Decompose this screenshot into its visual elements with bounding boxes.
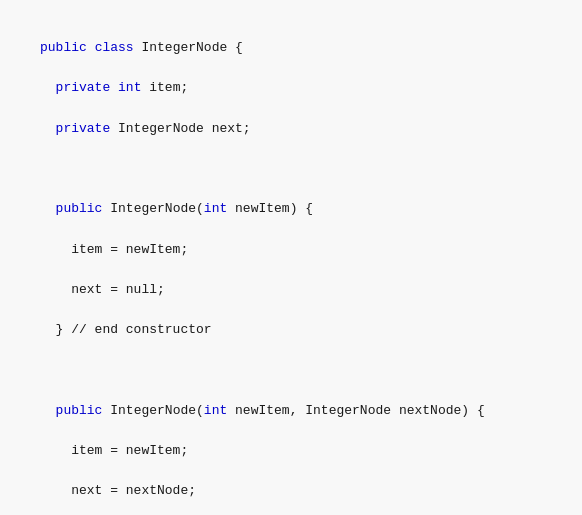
code-line: next = null; [40, 280, 562, 300]
code-line: next = nextNode; [40, 481, 562, 501]
blank-line [40, 360, 562, 380]
code-line: private IntegerNode next; [40, 119, 562, 139]
code-line: public IntegerNode(int newItem, IntegerN… [40, 401, 562, 421]
blank-line [40, 159, 562, 179]
code-line: public class IntegerNode { [40, 38, 562, 58]
code-line: } // end constructor [40, 320, 562, 340]
code-line: item = newItem; [40, 441, 562, 461]
code-line: private int item; [40, 78, 562, 98]
code-line: item = newItem; [40, 240, 562, 260]
code-block: public class IntegerNode { private int i… [0, 0, 582, 515]
code-line: public IntegerNode(int newItem) { [40, 199, 562, 219]
